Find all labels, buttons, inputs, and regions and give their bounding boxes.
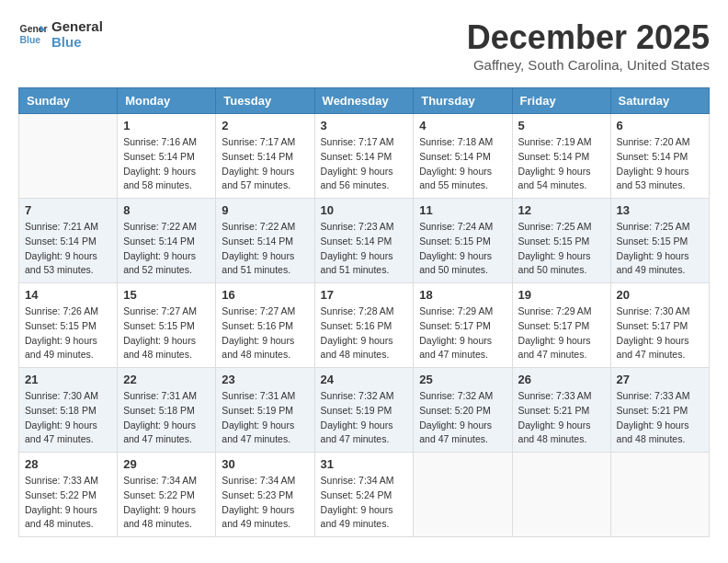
day-info: Sunrise: 7:27 AMSunset: 5:15 PMDaylight:… [123, 304, 210, 362]
day-number: 23 [222, 373, 308, 386]
day-info: Sunrise: 7:22 AMSunset: 5:14 PMDaylight:… [123, 220, 210, 278]
day-number: 15 [123, 288, 210, 302]
calendar-cell: 1Sunrise: 7:16 AMSunset: 5:14 PMDaylight… [118, 114, 216, 199]
calendar-cell: 31Sunrise: 7:34 AMSunset: 5:24 PMDayligh… [314, 453, 414, 537]
calendar-cell: 6Sunrise: 7:20 AMSunset: 5:14 PMDaylight… [610, 114, 709, 199]
week-row-4: 21Sunrise: 7:30 AMSunset: 5:18 PMDayligh… [19, 368, 710, 453]
calendar-cell: 2Sunrise: 7:17 AMSunset: 5:14 PMDaylight… [216, 114, 314, 199]
day-number: 22 [123, 373, 210, 386]
day-header-wednesday: Wednesday [314, 88, 414, 114]
calendar-cell: 24Sunrise: 7:32 AMSunset: 5:19 PMDayligh… [314, 368, 414, 453]
logo: General Blue General Blue [18, 18, 103, 50]
day-info: Sunrise: 7:22 AMSunset: 5:14 PMDaylight:… [222, 220, 308, 278]
week-row-3: 14Sunrise: 7:26 AMSunset: 5:15 PMDayligh… [19, 283, 710, 368]
calendar-cell: 7Sunrise: 7:21 AMSunset: 5:14 PMDaylight… [19, 199, 118, 283]
day-info: Sunrise: 7:34 AMSunset: 5:24 PMDaylight:… [321, 474, 408, 532]
header: General Blue General Blue December 2025 … [18, 18, 710, 73]
calendar-cell: 29Sunrise: 7:34 AMSunset: 5:22 PMDayligh… [118, 453, 216, 537]
day-info: Sunrise: 7:33 AMSunset: 5:22 PMDaylight:… [25, 474, 111, 532]
day-info: Sunrise: 7:33 AMSunset: 5:21 PMDaylight:… [617, 389, 703, 447]
svg-text:Blue: Blue [20, 35, 41, 45]
day-number: 16 [222, 288, 308, 302]
day-number: 8 [123, 203, 210, 217]
day-info: Sunrise: 7:23 AMSunset: 5:14 PMDaylight:… [321, 220, 408, 278]
month-title: December 2025 [467, 18, 710, 57]
day-header-tuesday: Tuesday [216, 88, 314, 114]
calendar-cell: 12Sunrise: 7:25 AMSunset: 5:15 PMDayligh… [512, 199, 610, 283]
day-number: 13 [617, 203, 703, 217]
day-number: 25 [419, 373, 506, 386]
day-info: Sunrise: 7:25 AMSunset: 5:15 PMDaylight:… [617, 220, 703, 278]
day-info: Sunrise: 7:32 AMSunset: 5:20 PMDaylight:… [419, 389, 506, 447]
logo-icon: General Blue [18, 19, 48, 49]
day-number: 14 [25, 288, 111, 302]
day-number: 17 [321, 288, 408, 302]
calendar-cell: 3Sunrise: 7:17 AMSunset: 5:14 PMDaylight… [314, 114, 414, 199]
logo-line1: General [51, 18, 103, 34]
calendar-cell: 25Sunrise: 7:32 AMSunset: 5:20 PMDayligh… [414, 368, 512, 453]
day-number: 20 [617, 288, 703, 302]
calendar-cell: 11Sunrise: 7:24 AMSunset: 5:15 PMDayligh… [414, 199, 512, 283]
day-header-saturday: Saturday [610, 88, 709, 114]
logo-line2: Blue [51, 34, 103, 50]
day-info: Sunrise: 7:25 AMSunset: 5:15 PMDaylight:… [518, 220, 605, 278]
day-info: Sunrise: 7:31 AMSunset: 5:18 PMDaylight:… [123, 389, 210, 447]
calendar-cell [610, 453, 709, 537]
day-number: 2 [222, 119, 308, 132]
day-number: 7 [25, 203, 111, 217]
day-header-sunday: Sunday [19, 88, 118, 114]
calendar-cell [19, 114, 118, 199]
day-number: 27 [617, 373, 703, 386]
day-info: Sunrise: 7:34 AMSunset: 5:23 PMDaylight:… [222, 474, 308, 532]
calendar-cell: 15Sunrise: 7:27 AMSunset: 5:15 PMDayligh… [118, 283, 216, 368]
calendar-cell: 14Sunrise: 7:26 AMSunset: 5:15 PMDayligh… [19, 283, 118, 368]
location: Gaffney, South Carolina, United States [467, 57, 710, 73]
day-info: Sunrise: 7:31 AMSunset: 5:19 PMDaylight:… [222, 389, 308, 447]
calendar-cell [414, 453, 512, 537]
day-number: 26 [518, 373, 605, 386]
day-number: 28 [25, 457, 111, 471]
calendar-cell: 22Sunrise: 7:31 AMSunset: 5:18 PMDayligh… [118, 368, 216, 453]
day-info: Sunrise: 7:20 AMSunset: 5:14 PMDaylight:… [617, 135, 703, 193]
calendar-cell: 28Sunrise: 7:33 AMSunset: 5:22 PMDayligh… [19, 453, 118, 537]
calendar-cell: 26Sunrise: 7:33 AMSunset: 5:21 PMDayligh… [512, 368, 610, 453]
day-info: Sunrise: 7:32 AMSunset: 5:19 PMDaylight:… [321, 389, 408, 447]
day-info: Sunrise: 7:30 AMSunset: 5:17 PMDaylight:… [617, 304, 703, 362]
calendar-cell: 27Sunrise: 7:33 AMSunset: 5:21 PMDayligh… [610, 368, 709, 453]
day-number: 18 [419, 288, 506, 302]
calendar-cell: 16Sunrise: 7:27 AMSunset: 5:16 PMDayligh… [216, 283, 314, 368]
day-number: 29 [123, 457, 210, 471]
day-number: 21 [25, 373, 111, 386]
calendar-cell: 23Sunrise: 7:31 AMSunset: 5:19 PMDayligh… [216, 368, 314, 453]
title-area: December 2025 Gaffney, South Carolina, U… [467, 18, 710, 73]
day-info: Sunrise: 7:17 AMSunset: 5:14 PMDaylight:… [321, 135, 408, 193]
calendar-cell: 21Sunrise: 7:30 AMSunset: 5:18 PMDayligh… [19, 368, 118, 453]
day-number: 31 [321, 457, 408, 471]
day-number: 30 [222, 457, 308, 471]
calendar-cell: 18Sunrise: 7:29 AMSunset: 5:17 PMDayligh… [414, 283, 512, 368]
day-info: Sunrise: 7:19 AMSunset: 5:14 PMDaylight:… [518, 135, 605, 193]
day-info: Sunrise: 7:29 AMSunset: 5:17 PMDaylight:… [518, 304, 605, 362]
day-info: Sunrise: 7:16 AMSunset: 5:14 PMDaylight:… [123, 135, 210, 193]
day-number: 9 [222, 203, 308, 217]
day-number: 12 [518, 203, 605, 217]
calendar-cell: 30Sunrise: 7:34 AMSunset: 5:23 PMDayligh… [216, 453, 314, 537]
day-info: Sunrise: 7:21 AMSunset: 5:14 PMDaylight:… [25, 220, 111, 278]
day-info: Sunrise: 7:28 AMSunset: 5:16 PMDaylight:… [321, 304, 408, 362]
week-row-1: 1Sunrise: 7:16 AMSunset: 5:14 PMDaylight… [19, 114, 710, 199]
calendar-cell: 10Sunrise: 7:23 AMSunset: 5:14 PMDayligh… [314, 199, 414, 283]
day-number: 24 [321, 373, 408, 386]
day-header-friday: Friday [512, 88, 610, 114]
calendar-cell: 20Sunrise: 7:30 AMSunset: 5:17 PMDayligh… [610, 283, 709, 368]
day-number: 5 [518, 119, 605, 132]
day-number: 3 [321, 119, 408, 132]
day-info: Sunrise: 7:17 AMSunset: 5:14 PMDaylight:… [222, 135, 308, 193]
calendar-cell: 13Sunrise: 7:25 AMSunset: 5:15 PMDayligh… [610, 199, 709, 283]
calendar-cell: 8Sunrise: 7:22 AMSunset: 5:14 PMDaylight… [118, 199, 216, 283]
day-info: Sunrise: 7:34 AMSunset: 5:22 PMDaylight:… [123, 474, 210, 532]
day-number: 10 [321, 203, 408, 217]
calendar-cell: 17Sunrise: 7:28 AMSunset: 5:16 PMDayligh… [314, 283, 414, 368]
day-info: Sunrise: 7:33 AMSunset: 5:21 PMDaylight:… [518, 389, 605, 447]
calendar-cell [512, 453, 610, 537]
day-header-thursday: Thursday [414, 88, 512, 114]
